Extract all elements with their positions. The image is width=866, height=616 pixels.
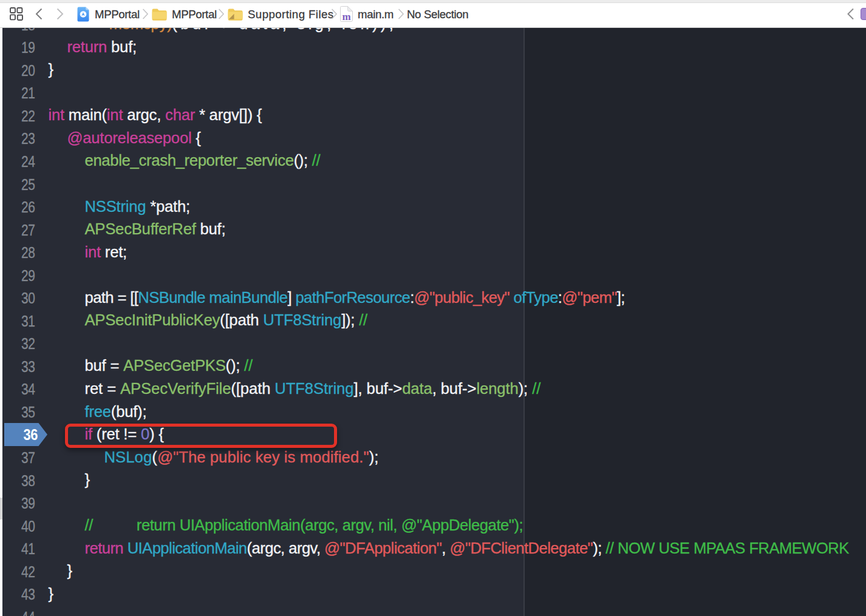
svg-text:m: m	[342, 11, 350, 22]
